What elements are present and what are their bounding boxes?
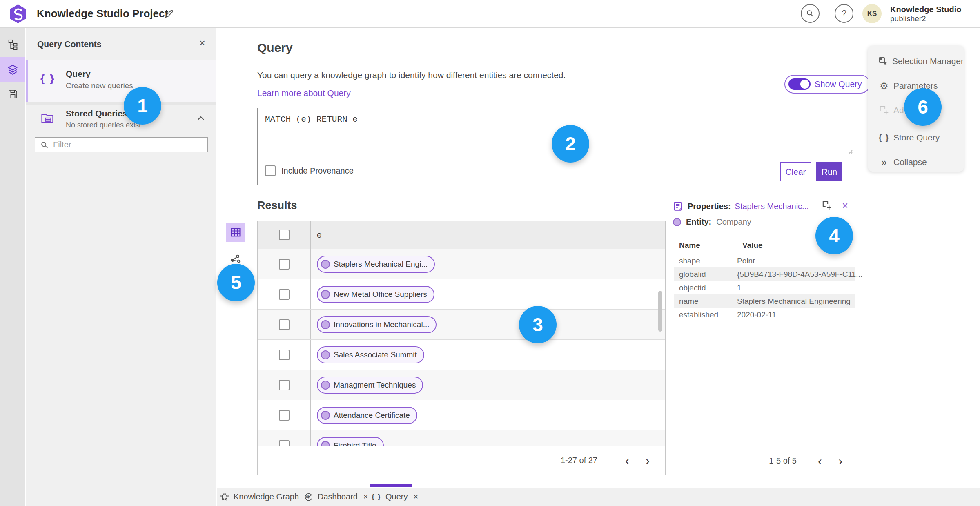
entity-pill[interactable]: Attendance Certificate [317, 407, 417, 424]
entity-pill[interactable]: Managment Techniques [317, 377, 423, 394]
include-provenance-checkbox[interactable] [265, 165, 276, 176]
row-checkbox[interactable] [279, 380, 290, 390]
annotation-badge-5: 5 [217, 264, 255, 301]
properties-close-button[interactable]: × [842, 199, 848, 212]
pagination-range: 1-27 of 27 [561, 456, 597, 465]
action-store-query[interactable]: { } Store Query [868, 126, 964, 149]
prev-page-button[interactable]: ‹ [813, 454, 827, 468]
search-icon [806, 9, 815, 18]
folder-icon [40, 111, 54, 125]
collapse-section-button[interactable] [196, 114, 206, 123]
prev-page-button[interactable]: ‹ [620, 454, 634, 468]
tab-knowledge-graph[interactable]: Knowledge Graph × [220, 488, 310, 506]
action-selection-manager[interactable]: Selection Manager [868, 50, 964, 73]
gauge-icon [304, 492, 314, 502]
row-checkbox[interactable] [279, 319, 290, 330]
search-icon [40, 140, 49, 149]
stored-queries-section[interactable]: Stored Queries No stored queries exist [26, 105, 216, 135]
properties-pagination: 1-5 of 5 ‹ › [674, 448, 855, 473]
property-row[interactable]: established 2020-02-11 [674, 308, 855, 321]
help-button[interactable]: ? [835, 4, 853, 23]
action-collapse[interactable]: » Collapse [868, 151, 964, 174]
prop-name: objectid [674, 283, 737, 292]
entity-pill[interactable]: Sales Associate Summit [317, 346, 424, 363]
annotation-badge-4: 4 [815, 217, 853, 254]
results-heading: Results [257, 199, 297, 212]
table-row[interactable]: Innovations in Mechanical... [258, 310, 665, 340]
properties-entity-link[interactable]: Staplers Mechanic... [735, 202, 809, 211]
prop-value: Point [737, 256, 755, 265]
chevron-left-icon: ‹ [625, 454, 629, 467]
table-row[interactable]: Sales Associate Summit [258, 340, 665, 370]
prop-name: established [674, 310, 737, 319]
account-info[interactable]: Knowledge Studio publisher2 [890, 4, 961, 24]
graph-icon [220, 492, 229, 502]
table-row[interactable]: Firebird Title [258, 430, 665, 446]
add-to-new-icon [879, 105, 889, 116]
tab-dashboard[interactable]: Dashboard × [304, 488, 368, 506]
entity-pill[interactable]: New Metal Office Suppliers [317, 286, 434, 303]
row-checkbox[interactable] [279, 259, 290, 270]
prop-value: {5D9B4713-F98D-4A53-A59F-C11... [737, 270, 862, 279]
account-name: Knowledge Studio [890, 4, 961, 14]
entity-dot-icon [321, 381, 330, 390]
clear-button[interactable]: Clear [780, 162, 811, 181]
prop-col-name: Name [679, 241, 700, 250]
property-row[interactable]: objectid 1 [674, 281, 855, 294]
next-page-button[interactable]: › [641, 454, 655, 468]
double-chevron-icon: » [878, 156, 890, 168]
row-checkbox[interactable] [279, 440, 290, 446]
table-row[interactable]: New Metal Office Suppliers [258, 279, 665, 310]
learn-more-link[interactable]: Learn more about Query [257, 88, 351, 98]
query-contents-item-query[interactable]: { } Query Create new queries [26, 60, 216, 102]
select-all-checkbox[interactable] [279, 230, 290, 240]
next-page-button[interactable]: › [833, 454, 847, 468]
entity-pill[interactable]: Innovations in Mechanical... [317, 316, 437, 333]
rail-item-query[interactable] [0, 57, 25, 82]
gear-icon: ⚙ [878, 80, 890, 92]
query-actions-bar: Include Provenance Clear Run [258, 156, 855, 185]
filter-input[interactable] [53, 140, 196, 149]
table-row[interactable]: Attendance Certificate [258, 400, 665, 430]
property-row[interactable]: name Staplers Mechanical Engineering [674, 294, 855, 308]
active-tab-indicator [370, 484, 412, 487]
entity-type: Company [716, 217, 751, 227]
rail-item-save[interactable] [0, 82, 25, 107]
table-row[interactable]: Managment Techniques [258, 370, 665, 400]
results-table: e Staplers Mechanical Engi... New Metal … [257, 221, 666, 475]
avatar[interactable]: KS [862, 4, 882, 23]
selected-indicator [26, 60, 28, 102]
toggle-switch[interactable] [788, 78, 811, 90]
results-scrollbar[interactable] [658, 291, 662, 332]
property-row[interactable]: shape Point [674, 254, 855, 267]
row-checkbox[interactable] [279, 410, 290, 421]
property-row[interactable]: globalid {5D9B4713-F98D-4A53-A59F-C11... [674, 267, 855, 281]
open-in-new-button[interactable] [822, 200, 832, 211]
close-tab-button[interactable]: × [363, 492, 368, 502]
properties-table: shape Point globalid {5D9B4713-F98D-4A53… [674, 254, 855, 321]
search-button[interactable] [801, 4, 820, 23]
close-tab-button[interactable]: × [413, 492, 418, 502]
results-table-body: Staplers Mechanical Engi... New Metal Of… [257, 249, 666, 446]
rail-item-data-model[interactable] [0, 32, 25, 57]
table-view-button[interactable] [226, 223, 245, 242]
entity-dot-icon [321, 260, 330, 269]
row-checkbox[interactable] [279, 289, 290, 300]
show-query-toggle[interactable]: Show Query [784, 75, 870, 94]
table-row[interactable]: Staplers Mechanical Engi... [258, 249, 665, 279]
properties-label: Properties: [688, 202, 731, 211]
run-button[interactable]: Run [816, 162, 842, 181]
resize-handle[interactable] [847, 148, 853, 154]
tab-query[interactable]: { } Query × [372, 488, 418, 506]
item-description: No stored queries exist [66, 121, 141, 129]
app-header: Knowledge Studio Project ? KS Knowledge … [0, 0, 980, 28]
close-icon: × [199, 37, 205, 49]
chevron-left-icon: ‹ [818, 454, 822, 468]
panel-close-button[interactable]: × [199, 37, 205, 49]
row-checkbox[interactable] [279, 350, 290, 360]
prop-value: Staplers Mechanical Engineering [737, 297, 851, 306]
entity-pill[interactable]: Firebird Title [317, 437, 384, 446]
chevron-right-icon: › [838, 454, 842, 468]
entity-pill[interactable]: Staplers Mechanical Engi... [317, 256, 435, 273]
edit-title-button[interactable] [163, 7, 176, 20]
